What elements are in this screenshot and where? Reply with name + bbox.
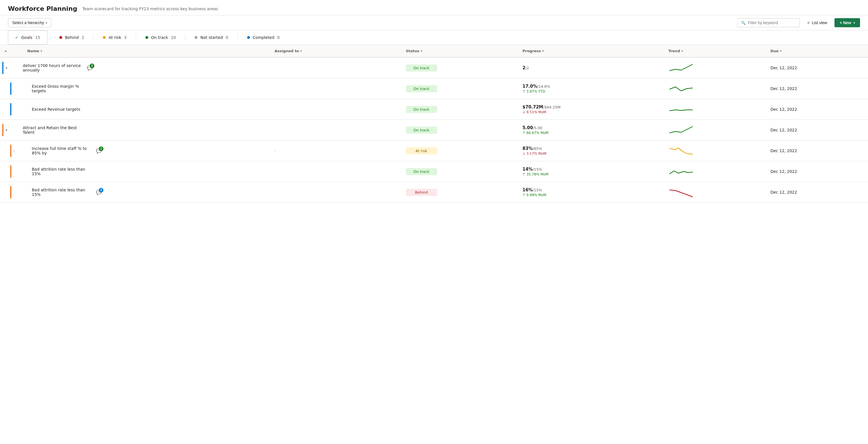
assigned-col-header[interactable]: Assigned to ▾ [270, 45, 401, 57]
trend-sparkline [668, 104, 694, 115]
expand-cell [0, 161, 23, 182]
name-col-header[interactable]: Name ▾ [23, 45, 270, 57]
expand-cell: ▾ [0, 57, 23, 78]
app-title: Workforce Planning [8, 5, 77, 12]
more-button[interactable]: ⋯ [108, 126, 115, 134]
expand-button[interactable]: ▾ [4, 65, 8, 71]
table-row[interactable]: ▾ deliver 1700 hours of service annually… [0, 57, 868, 78]
separator-3 [136, 34, 136, 41]
stat-at-risk[interactable]: At risk 3 [96, 31, 133, 44]
filter-input[interactable] [748, 21, 793, 25]
expand-all-icon[interactable]: » [4, 49, 7, 53]
expand-cell: ▾ [0, 120, 23, 140]
due-cell: Dec 12, 2022 [766, 182, 868, 203]
progress-change: ↑ 35.78% MoM [522, 172, 659, 176]
expand-button[interactable]: › [12, 148, 16, 154]
new-button[interactable]: + New ▾ [835, 18, 860, 27]
trend-col-header[interactable]: Trend ▾ [664, 45, 766, 57]
trend-cell [664, 140, 766, 161]
due-date: Dec 12, 2022 [770, 107, 797, 112]
progress-cell: 83%/85% ↓ 3.17% MoM [518, 140, 664, 161]
comment-count: 2 [99, 188, 103, 192]
trend-sparkline [668, 62, 694, 73]
progress-target: /5.00 [533, 126, 542, 130]
completed-label: Completed [253, 35, 274, 40]
stat-completed[interactable]: Completed 0 [240, 31, 287, 44]
edit-button[interactable]: ✏️ [87, 126, 95, 134]
trend-sparkline [668, 145, 694, 156]
completed-dot [247, 36, 250, 39]
status-badge: On track [406, 127, 437, 134]
comment-badge[interactable]: 💬 2 [96, 190, 102, 195]
at-risk-count: 3 [124, 35, 127, 40]
progress-main: 2 [522, 65, 525, 70]
table-row[interactable]: › Increase full time staff % to 85% by 💬… [0, 140, 868, 161]
behind-label: Behind [65, 35, 79, 40]
name-col-label: Name [27, 49, 39, 53]
toolbar: Select a hierarchy ▾ 🔍 ≡ List view + New… [0, 15, 868, 30]
status-badge: Behind [406, 189, 437, 196]
assigned-value: - [274, 149, 276, 153]
due-cell: Dec 12, 2022 [766, 161, 868, 182]
stat-not-started[interactable]: Not started 0 [187, 31, 235, 44]
due-cell: Dec 12, 2022 [766, 57, 868, 78]
progress-change: ↑ 9.99% MoM [522, 193, 659, 197]
status-badge: On track [406, 85, 437, 92]
trend-cell [664, 182, 766, 203]
status-cell: On track [401, 161, 518, 182]
progress-main: 83% [522, 146, 532, 151]
assigned-cell [270, 120, 401, 140]
status-col-header[interactable]: Status ▾ [401, 45, 518, 57]
due-date: Dec 12, 2022 [770, 190, 797, 194]
expand-cell: › [0, 140, 23, 161]
trend-cell [664, 78, 766, 99]
row-name: Attract and Retain the Best Talent [23, 125, 85, 134]
trend-cell [664, 99, 766, 120]
name-cell: Bad attrition rate less than 15% [23, 161, 270, 182]
table-row[interactable]: Bad attrition rate less than 15% 💬 2 Beh… [0, 182, 868, 203]
assigned-cell [270, 78, 401, 99]
header: Workforce Planning Team scorecard for tr… [0, 0, 868, 15]
not-started-label: Not started [200, 35, 223, 40]
status-cell: On track [401, 120, 518, 140]
comment-badge[interactable]: 💬 2 [87, 65, 93, 71]
separator-2 [93, 34, 93, 41]
progress-main: 5.00 [522, 125, 533, 130]
table-row[interactable]: Exceed Gross margin % targets On track 1… [0, 78, 868, 99]
separator-5 [238, 34, 238, 41]
completed-count: 0 [277, 35, 280, 40]
behind-dot [59, 36, 62, 39]
at-risk-dot [103, 36, 106, 39]
table-row[interactable]: Bad attrition rate less than 15% On trac… [0, 161, 868, 182]
table-row[interactable]: ▾ Attract and Retain the Best Talent ✏️ … [0, 120, 868, 140]
table-row[interactable]: Exceed Revenue targets On track $70.72M/… [0, 99, 868, 120]
progress-col-label: Progress [522, 49, 541, 53]
comment-badge[interactable]: 💬 1 [96, 148, 102, 154]
at-risk-label: At risk [108, 35, 121, 40]
stat-behind[interactable]: Behind 2 [52, 31, 91, 44]
hierarchy-select-button[interactable]: Select a hierarchy ▾ [8, 18, 52, 27]
list-view-button[interactable]: ≡ List view [803, 19, 831, 27]
row-name: deliver 1700 hours of service annually [23, 63, 85, 72]
assigned-col-label: Assigned to [274, 49, 299, 53]
progress-col-header[interactable]: Progress ▾ [518, 45, 664, 57]
expand-button[interactable]: ▾ [4, 127, 8, 133]
due-col-header[interactable]: Due ▾ [766, 45, 868, 57]
list-icon: ≡ [807, 21, 809, 25]
due-date: Dec 12, 2022 [770, 128, 797, 132]
progress-change: ↑ 66.67% MoM [522, 131, 659, 135]
comment-button[interactable]: 💬 [97, 126, 105, 134]
name-cell: Bad attrition rate less than 15% 💬 2 [23, 182, 270, 203]
status-cell: On track [401, 57, 518, 78]
goals-label: Goals [21, 35, 32, 40]
progress-main: 17.0% [522, 84, 537, 89]
status-cell: Behind [401, 182, 518, 203]
stat-on-track[interactable]: On track 10 [138, 31, 183, 44]
app-container: Workforce Planning Team scorecard for tr… [0, 0, 868, 444]
stat-goals[interactable]: ✓ Goals 15 [8, 30, 48, 44]
trend-sparkline [668, 83, 694, 94]
expand-col-header: » [0, 45, 23, 57]
color-bar [10, 103, 11, 116]
progress-cell: 14%/15% ↑ 35.78% MoM [518, 161, 664, 182]
table-header-row: » Name ▾ Assigned to ▾ [0, 45, 868, 57]
